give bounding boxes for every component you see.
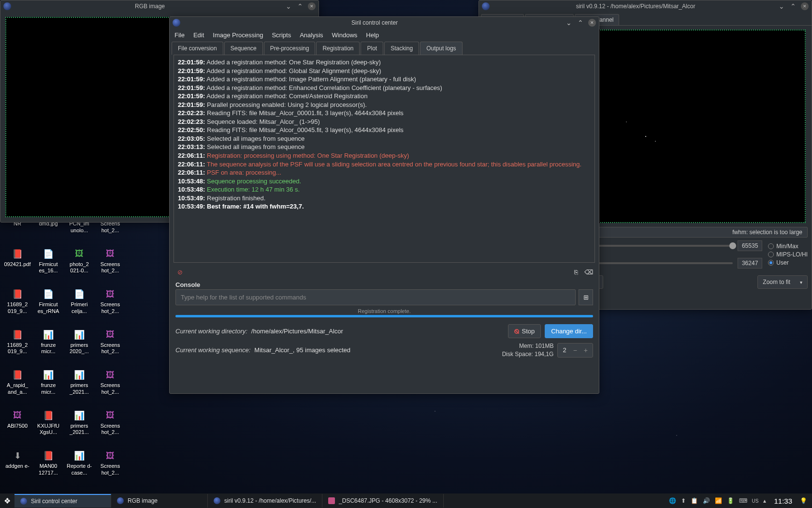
desktop-file[interactable]: 🖼Screens hot_2... <box>95 329 126 356</box>
desktop-file[interactable]: 🖼photo_2 021-0... <box>64 249 95 275</box>
desktop-file[interactable]: 📕MAN00 12717... <box>33 450 64 477</box>
console-run-icon[interactable]: ⊞ <box>579 289 593 305</box>
menu-file[interactable]: File <box>174 31 185 39</box>
hi-value[interactable]: 65535 <box>738 240 762 251</box>
log-line: 22:03:05: Selected all images from seque… <box>178 134 591 143</box>
log-output[interactable]: 22:01:59: Added a registration method: O… <box>174 55 595 263</box>
tray-updates-icon[interactable]: ⬆ <box>681 497 686 504</box>
tray-keyboard-icon[interactable]: ⌨ <box>739 497 747 504</box>
close-icon[interactable] <box>588 19 596 27</box>
menu-image-processing[interactable]: Image Processing <box>213 31 263 39</box>
file-icon: 🖼 <box>105 289 116 299</box>
maximize-icon[interactable] <box>296 2 304 10</box>
lo-value[interactable]: 36247 <box>738 258 762 269</box>
clock[interactable]: 11:33 <box>771 497 795 505</box>
desktop-file[interactable]: 📕11689_2 019_9... <box>2 289 33 315</box>
desktop-file[interactable]: 📊frunze micr... <box>33 329 64 356</box>
desktop-file[interactable]: 📕092421.pdf <box>2 249 33 275</box>
radio-mips[interactable]: MIPS-LO/HI <box>768 251 808 258</box>
taskbar-task[interactable]: siril v0.9.12 - /home/alex/Pictures/... <box>208 494 322 508</box>
tray-notifications-icon[interactable]: 💡 <box>800 497 807 504</box>
task-icon <box>20 498 27 505</box>
console-input[interactable]: Type help for the list of supported comm… <box>175 289 576 305</box>
erase-log-icon[interactable]: ⌫ <box>584 268 593 276</box>
menu-analysis[interactable]: Analysis <box>300 31 323 39</box>
desktop-file[interactable]: 🖼Screens hot_2... <box>95 249 126 275</box>
desktop-file[interactable]: 📄Primeri celja... <box>64 289 95 315</box>
taskbar-task[interactable]: _DSC6487.JPG - 4608x3072 - 29% ... <box>322 494 443 508</box>
menu-help[interactable]: Help <box>366 31 379 39</box>
clear-log-icon[interactable]: ⊘ <box>175 268 184 276</box>
titlebar[interactable]: Siril control center <box>170 17 599 29</box>
desktop-file[interactable]: 📊primers _2021... <box>64 370 95 396</box>
desktop-file[interactable]: 🖼ABI7500 <box>2 410 33 436</box>
desktop-file[interactable]: 📊primers _2021... <box>64 410 95 436</box>
change-dir-button[interactable]: Change dir... <box>545 324 593 338</box>
desktop-file[interactable]: 📕11689_2 019_9... <box>2 329 33 356</box>
menubar: File Edit Image Processing Scripts Analy… <box>170 29 599 42</box>
file-icon: 📕 <box>43 450 54 461</box>
desktop-file[interactable]: 📕A_rapid_ and_a... <box>2 370 33 396</box>
desktop-file[interactable]: 📊Reporte d-case... <box>64 450 95 477</box>
tray-network-icon[interactable]: 📶 <box>715 497 722 504</box>
maximize-icon[interactable] <box>577 19 584 27</box>
taskbar-task[interactable]: Siril control center <box>14 494 111 508</box>
log-line: 22:02:23: Sequence loaded: Mitsar_Alcor_… <box>178 118 591 126</box>
tray-volume-icon[interactable]: 🔊 <box>703 497 710 504</box>
tab-registration[interactable]: Registration <box>316 42 360 55</box>
desktop-file[interactable]: 🖼Screens hot_2... <box>95 450 126 477</box>
desktop-file[interactable]: 📊primers 2020_... <box>64 329 95 356</box>
close-icon[interactable] <box>308 2 316 10</box>
desktop-file[interactable]: 🖼Screens hot_2... <box>95 410 126 436</box>
desktop-file[interactable]: 📄Firmicut es_rRNA <box>33 289 64 315</box>
tab-file-conversion[interactable]: File conversion <box>172 42 223 55</box>
tray-expand-icon[interactable]: ▴ <box>763 497 766 504</box>
tray-globe-icon[interactable]: 🌐 <box>669 497 676 504</box>
menu-windows[interactable]: Windows <box>332 31 358 39</box>
start-button[interactable]: ❖ <box>0 493 14 508</box>
tab-pre-processing[interactable]: Pre-processing <box>264 42 316 55</box>
export-log-icon[interactable]: ⎘ <box>572 268 580 276</box>
desktop-file[interactable]: 📄Firmicut es_16... <box>33 249 64 275</box>
file-icon: 📄 <box>43 249 54 259</box>
tray-lang-icon[interactable]: US <box>752 498 759 504</box>
tab-sequence[interactable]: Sequence <box>224 42 263 55</box>
threads-value: 2 <box>563 346 566 354</box>
desktop-file[interactable]: 🖼Screens hot_2... <box>95 289 126 315</box>
radio-minmax[interactable]: Min/Max <box>768 243 808 250</box>
minimize-icon[interactable] <box>285 2 292 10</box>
file-icon: 🖼 <box>105 329 116 340</box>
minimize-icon[interactable] <box>565 19 573 27</box>
titlebar[interactable]: siril v0.9.12 - /home/alex/Pictures/Mits… <box>479 0 812 12</box>
radio-user[interactable]: User <box>768 259 808 266</box>
minus-icon[interactable]: − <box>573 346 577 354</box>
file-icon: 📊 <box>74 329 85 340</box>
taskbar: ❖ Siril control centerRGB imagesiril v0.… <box>0 493 812 508</box>
desktop-file[interactable]: ⬇addgen e- <box>2 450 33 477</box>
stop-button[interactable]: Stop <box>508 324 541 338</box>
tray-clipboard-icon[interactable]: 📋 <box>691 497 698 504</box>
threads-spinner[interactable]: 2 − + <box>557 343 593 358</box>
menu-edit[interactable]: Edit <box>193 31 204 39</box>
desktop-file[interactable]: 🖼Screens hot_2... <box>95 370 126 396</box>
tab-plot[interactable]: Plot <box>361 42 383 55</box>
zoom-combo[interactable]: Zoom to fit <box>757 275 808 289</box>
tab-output-logs[interactable]: Output logs <box>420 42 462 55</box>
task-label: siril v0.9.12 - /home/alex/Pictures/... <box>224 497 316 504</box>
maximize-icon[interactable] <box>789 2 797 10</box>
log-line: 22:01:59: Parallel processing enabled: U… <box>178 101 591 109</box>
plus-icon[interactable]: + <box>584 346 588 354</box>
desktop-file[interactable]: 📕KXUJFfU XgsU... <box>33 410 64 436</box>
file-icon: 📕 <box>12 249 23 259</box>
task-icon <box>328 497 335 504</box>
tray-battery-icon[interactable]: 🔋 <box>727 497 734 504</box>
desktop-file[interactable]: 📊frunze micr... <box>33 370 64 396</box>
titlebar[interactable]: RGB image <box>0 0 319 12</box>
minimize-icon[interactable] <box>778 2 785 10</box>
taskbar-task[interactable]: RGB image <box>111 494 208 508</box>
file-icon: 🖼 <box>12 410 23 421</box>
tab-stacking[interactable]: Stacking <box>384 42 419 55</box>
close-icon[interactable] <box>801 2 809 10</box>
cwd-path: /home/alex/Pictures/Mitsar_Alcor <box>251 328 343 335</box>
menu-scripts[interactable]: Scripts <box>272 31 291 39</box>
